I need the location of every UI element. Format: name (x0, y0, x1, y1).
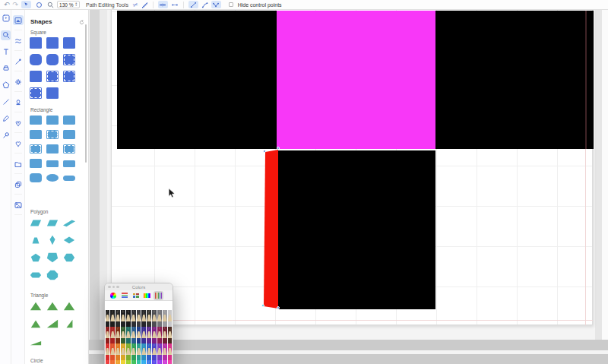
pencil-color[interactable] (152, 327, 157, 343)
zoom-tool-icon[interactable] (47, 2, 54, 8)
pencil-color[interactable] (157, 360, 162, 364)
pencil-color[interactable] (110, 310, 116, 327)
pencil-color[interactable] (116, 327, 121, 343)
control-point[interactable] (277, 147, 280, 150)
pencil-color[interactable] (136, 327, 141, 343)
library-shape-rect[interactable] (63, 144, 75, 154)
pencil-color[interactable] (157, 327, 162, 343)
tab-hearts-library[interactable] (11, 133, 25, 154)
library-shape-rect[interactable] (63, 37, 75, 49)
pencil-color[interactable] (131, 343, 136, 360)
pencil-color[interactable] (147, 327, 152, 343)
pencil-color[interactable] (162, 310, 167, 327)
scissors-tool-icon[interactable]: ✂ (132, 1, 139, 9)
pencil-tool-button[interactable] (0, 110, 11, 127)
redo-icon[interactable]: ↷ (13, 2, 19, 8)
pencil-color[interactable] (116, 360, 121, 364)
pencil-color[interactable] (110, 360, 116, 364)
colors-window-titlebar[interactable]: Colors (105, 283, 173, 290)
pencil-color[interactable] (167, 360, 173, 364)
library-shape-rect[interactable] (63, 71, 75, 82)
straight-segment-tool-button[interactable] (188, 1, 198, 8)
pencil-color[interactable] (131, 327, 136, 343)
tab-lines-library[interactable] (11, 30, 25, 51)
pencil-color[interactable] (162, 327, 167, 343)
library-shape-rect[interactable] (46, 116, 59, 125)
pencil-color[interactable] (141, 343, 147, 360)
tab-stamps-library[interactable] (11, 92, 25, 112)
refresh-icon[interactable] (79, 14, 84, 28)
library-shape-rect[interactable] (30, 144, 42, 154)
library-shape-tri[interactable] (46, 300, 59, 312)
knife-tool-icon[interactable] (141, 2, 148, 8)
print-export-tool-button[interactable] (0, 60, 11, 77)
library-shape-rect[interactable] (30, 130, 42, 139)
picker-tool-button[interactable] (0, 127, 11, 144)
library-shape-rect[interactable] (30, 71, 42, 82)
pencil-color[interactable] (121, 343, 126, 360)
zoom-level-field[interactable]: 130 % ▲▼ (57, 1, 80, 8)
library-shape-rect[interactable] (46, 144, 59, 154)
library-shape-kite[interactable] (46, 234, 59, 246)
ellipse-select-tool-button[interactable] (34, 1, 44, 8)
pencil-color[interactable] (110, 343, 116, 360)
pencil-color[interactable] (152, 360, 157, 364)
red-quad-shape[interactable] (262, 148, 280, 311)
library-shape-wedge[interactable] (30, 335, 42, 347)
library-shape-rect[interactable] (30, 54, 42, 65)
library-shape-rect[interactable] (63, 54, 75, 65)
undo-icon[interactable]: ↶ (4, 2, 10, 8)
pencil-color[interactable] (121, 360, 126, 364)
control-handles-tool-button[interactable] (211, 1, 221, 8)
library-shape-para[interactable] (30, 217, 42, 229)
pencil-color[interactable] (167, 310, 173, 327)
pencil-color[interactable] (162, 360, 167, 364)
library-shape-wkite[interactable] (63, 234, 75, 246)
library-shape-rect[interactable] (30, 116, 42, 125)
pencil-color[interactable] (157, 343, 162, 360)
pencils-icon[interactable] (154, 291, 163, 300)
tab-styles-library[interactable] (11, 71, 25, 92)
pencil-color[interactable] (152, 310, 157, 327)
pencil-color[interactable] (141, 360, 147, 364)
pencil-color[interactable] (167, 343, 173, 360)
pencil-color[interactable] (136, 360, 141, 364)
tab-shapes-library[interactable] (11, 10, 25, 30)
library-shape-rect[interactable] (30, 37, 42, 49)
color-sliders-icon[interactable] (119, 291, 129, 300)
library-shape-rect[interactable] (63, 130, 75, 139)
tab-folders-library[interactable] (11, 154, 25, 174)
library-shape-hexF[interactable] (30, 269, 42, 281)
pencil-color[interactable] (167, 327, 173, 343)
pencil-color[interactable] (147, 360, 152, 364)
pencil-color[interactable] (125, 343, 131, 360)
zoom-area-tool-button[interactable] (0, 27, 11, 43)
library-shape-pentL[interactable] (46, 252, 59, 264)
pencil-color[interactable] (105, 310, 110, 327)
tab-brushes-library[interactable] (11, 51, 25, 71)
library-shape-rect[interactable] (63, 116, 75, 125)
image-palettes-icon[interactable] (142, 291, 152, 300)
zoom-stepper[interactable]: ▲▼ (75, 2, 78, 6)
library-shape-pent[interactable] (30, 252, 42, 264)
color-palettes-icon[interactable] (131, 291, 141, 300)
panel-scrollbar[interactable] (85, 24, 87, 163)
library-shape-rect[interactable] (46, 54, 59, 65)
library-shape-rect[interactable] (46, 87, 59, 99)
tab-decor-hearts-library[interactable] (11, 112, 25, 133)
magenta-rectangle[interactable] (277, 11, 435, 149)
pencil-color[interactable] (157, 310, 162, 327)
pencil-color[interactable] (110, 327, 116, 343)
pencil-color[interactable] (105, 327, 110, 343)
library-shape-rect[interactable] (46, 173, 59, 182)
pencil-color[interactable] (141, 310, 147, 327)
control-point[interactable] (277, 306, 280, 309)
pencil-color[interactable] (131, 360, 136, 364)
pencil-color[interactable] (147, 343, 152, 360)
text-tool-button[interactable] (0, 43, 11, 60)
library-shape-trap[interactable] (30, 234, 42, 246)
pencil-color[interactable] (125, 327, 131, 343)
library-shape-rtri[interactable] (46, 318, 59, 330)
tab-overlap-shapes-library[interactable] (11, 174, 25, 195)
colors-window[interactable]: Colors (104, 283, 173, 364)
